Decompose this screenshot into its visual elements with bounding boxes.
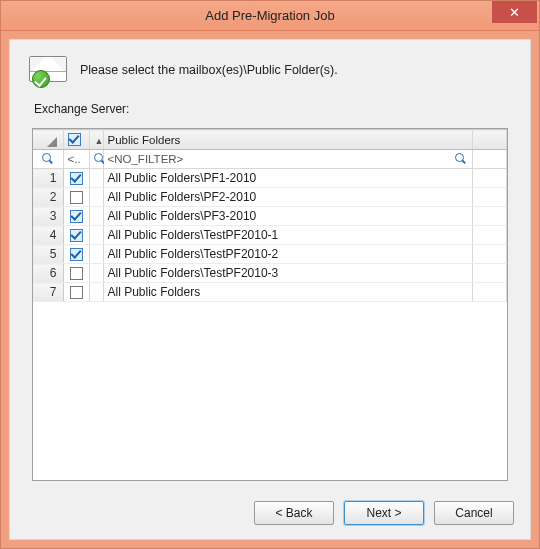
instruction-row: Please select the mailbox(es)\Public Fol… (10, 40, 530, 96)
row-checkbox[interactable] (63, 283, 89, 302)
row-path: All Public Folders\TestPF2010-1 (103, 226, 473, 245)
exchange-server-label: Exchange Server: (10, 96, 530, 122)
header-pad (473, 130, 507, 150)
row-checkbox[interactable] (63, 264, 89, 283)
header-public-folders[interactable]: Public Folders (103, 130, 473, 150)
table-row[interactable]: 6All Public Folders\TestPF2010-3 (33, 264, 507, 283)
row-pad (473, 283, 507, 302)
mailbox-check-icon (28, 54, 68, 86)
header-sort-indicator[interactable]: ▲ (89, 130, 103, 150)
filter-path-input[interactable]: <NO_FILTER> (103, 150, 473, 169)
row-pad (473, 264, 507, 283)
row-checkbox[interactable] (63, 188, 89, 207)
row-number: 2 (33, 188, 63, 207)
row-pad (473, 169, 507, 188)
outer-frame: Please select the mailbox(es)\Public Fol… (1, 31, 539, 548)
table-row[interactable]: 3All Public Folders\PF3-2010 (33, 207, 507, 226)
search-icon (455, 153, 466, 164)
row-checkbox[interactable] (63, 245, 89, 264)
row-path: All Public Folders\PF2-2010 (103, 188, 473, 207)
row-path: All Public Folders\TestPF2010-2 (103, 245, 473, 264)
header-select-all-checkbox[interactable] (63, 130, 89, 150)
table-row[interactable]: 1All Public Folders\PF1-2010 (33, 169, 507, 188)
search-icon (42, 153, 53, 164)
filter-check-prefix[interactable]: <.. (63, 150, 89, 169)
row-number: 3 (33, 207, 63, 226)
row-pad (473, 245, 507, 264)
grid-corner-cell[interactable] (33, 130, 63, 150)
row-path: All Public Folders\TestPF2010-3 (103, 264, 473, 283)
checkbox-icon (70, 267, 83, 280)
filter-check-icon[interactable] (89, 150, 103, 169)
window-title: Add Pre-Migration Job (1, 8, 539, 23)
instruction-text: Please select the mailbox(es)\Public Fol… (80, 63, 338, 77)
grid-filter-row: <.. <NO_FILTER> (33, 150, 507, 169)
wizard-footer: < Back Next > Cancel (10, 491, 530, 539)
row-path: All Public Folders\PF1-2010 (103, 169, 473, 188)
table-row[interactable]: 7All Public Folders (33, 283, 507, 302)
row-sort-gap (89, 226, 103, 245)
row-sort-gap (89, 169, 103, 188)
row-sort-gap (89, 188, 103, 207)
sort-asc-icon: ▲ (94, 136, 104, 146)
back-button[interactable]: < Back (254, 501, 334, 525)
checkbox-icon (70, 248, 83, 261)
checkbox-icon (70, 191, 83, 204)
row-checkbox[interactable] (63, 169, 89, 188)
checkbox-icon (70, 172, 83, 185)
checkbox-icon (70, 210, 83, 223)
checkbox-icon (70, 286, 83, 299)
row-checkbox[interactable] (63, 226, 89, 245)
table-row[interactable]: 5All Public Folders\TestPF2010-2 (33, 245, 507, 264)
row-checkbox[interactable] (63, 207, 89, 226)
grid-empty-area (33, 302, 507, 480)
dialog-window: Add Pre-Migration Job ✕ Please select th… (0, 0, 540, 549)
row-number: 5 (33, 245, 63, 264)
folders-grid: ▲ Public Folders <.. <NO_FILTER> (32, 128, 508, 481)
grid-header-row: ▲ Public Folders (33, 130, 507, 150)
filter-rownum-icon[interactable] (33, 150, 63, 169)
filter-placeholder: <NO_FILTER> (108, 153, 184, 165)
row-pad (473, 188, 507, 207)
table-row[interactable]: 4All Public Folders\TestPF2010-1 (33, 226, 507, 245)
row-path: All Public Folders\PF3-2010 (103, 207, 473, 226)
filter-pad (473, 150, 507, 169)
table-row[interactable]: 2All Public Folders\PF2-2010 (33, 188, 507, 207)
close-button[interactable]: ✕ (492, 1, 537, 23)
row-pad (473, 226, 507, 245)
row-sort-gap (89, 283, 103, 302)
row-pad (473, 207, 507, 226)
checkbox-icon (68, 133, 81, 146)
checkbox-icon (70, 229, 83, 242)
row-sort-gap (89, 245, 103, 264)
row-path: All Public Folders (103, 283, 473, 302)
wizard-body: Please select the mailbox(es)\Public Fol… (9, 39, 531, 540)
next-button[interactable]: Next > (344, 501, 424, 525)
row-number: 4 (33, 226, 63, 245)
row-number: 1 (33, 169, 63, 188)
row-sort-gap (89, 264, 103, 283)
title-bar: Add Pre-Migration Job ✕ (1, 1, 539, 31)
row-number: 7 (33, 283, 63, 302)
close-icon: ✕ (509, 5, 520, 20)
cancel-button[interactable]: Cancel (434, 501, 514, 525)
row-number: 6 (33, 264, 63, 283)
row-sort-gap (89, 207, 103, 226)
